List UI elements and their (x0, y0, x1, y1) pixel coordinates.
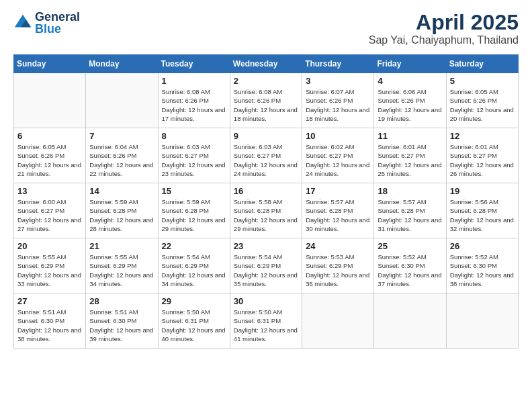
title-location: Sap Yai, Chaiyaphum, Thailand (369, 34, 519, 46)
day-cell (302, 293, 374, 349)
day-number: 22 (162, 241, 226, 251)
day-info: Sunrise: 5:50 AMSunset: 6:31 PMDaylight:… (234, 308, 298, 343)
logo-blue: Blue (35, 23, 80, 35)
col-tuesday: Tuesday (158, 55, 230, 73)
day-info: Sunrise: 5:55 AMSunset: 6:29 PMDaylight:… (89, 253, 154, 288)
day-cell: 28Sunrise: 5:51 AMSunset: 6:30 PMDayligh… (86, 293, 158, 349)
day-cell (86, 73, 158, 128)
day-cell: 21Sunrise: 5:55 AMSunset: 6:29 PMDayligh… (86, 238, 158, 293)
day-number: 17 (306, 186, 370, 196)
day-info: Sunrise: 5:51 AMSunset: 6:30 PMDaylight:… (89, 308, 154, 343)
col-thursday: Thursday (302, 55, 374, 73)
week-row-3: 13Sunrise: 6:00 AMSunset: 6:27 PMDayligh… (14, 183, 519, 238)
col-monday: Monday (86, 55, 158, 73)
day-number: 30 (234, 296, 298, 306)
day-number: 24 (306, 241, 370, 251)
day-cell: 3Sunrise: 6:07 AMSunset: 6:26 PMDaylight… (302, 73, 374, 128)
day-number: 23 (234, 241, 298, 251)
day-number: 20 (17, 241, 82, 251)
logo-text: General Blue (35, 11, 80, 35)
day-cell: 1Sunrise: 6:08 AMSunset: 6:26 PMDaylight… (158, 73, 230, 128)
day-number: 18 (378, 186, 442, 196)
day-info: Sunrise: 6:00 AMSunset: 6:27 PMDaylight:… (17, 197, 82, 233)
day-cell: 14Sunrise: 5:59 AMSunset: 6:28 PMDayligh… (86, 183, 158, 238)
day-number: 5 (450, 76, 515, 86)
day-number: 16 (234, 186, 298, 196)
day-info: Sunrise: 5:51 AMSunset: 6:30 PMDaylight:… (17, 308, 82, 343)
day-number: 11 (378, 131, 442, 141)
day-cell: 24Sunrise: 5:53 AMSunset: 6:29 PMDayligh… (302, 238, 374, 293)
col-saturday: Saturday (446, 55, 518, 73)
day-info: Sunrise: 6:02 AMSunset: 6:27 PMDaylight:… (306, 142, 370, 178)
day-cell (14, 73, 86, 128)
col-sunday: Sunday (14, 55, 86, 73)
day-cell: 5Sunrise: 6:05 AMSunset: 6:26 PMDaylight… (446, 73, 518, 128)
day-info: Sunrise: 6:06 AMSunset: 6:26 PMDaylight:… (378, 87, 442, 123)
logo-general: General (35, 11, 80, 23)
day-info: Sunrise: 6:07 AMSunset: 6:26 PMDaylight:… (306, 87, 370, 123)
day-info: Sunrise: 5:55 AMSunset: 6:29 PMDaylight:… (17, 253, 82, 288)
day-info: Sunrise: 6:05 AMSunset: 6:26 PMDaylight:… (17, 142, 82, 178)
week-row-4: 20Sunrise: 5:55 AMSunset: 6:29 PMDayligh… (14, 238, 519, 293)
day-cell: 13Sunrise: 6:00 AMSunset: 6:27 PMDayligh… (14, 183, 86, 238)
day-info: Sunrise: 5:57 AMSunset: 6:28 PMDaylight:… (378, 197, 442, 233)
day-cell: 2Sunrise: 6:08 AMSunset: 6:26 PMDaylight… (230, 73, 302, 128)
day-number: 10 (306, 131, 370, 141)
calendar-header: Sunday Monday Tuesday Wednesday Thursday… (14, 55, 519, 73)
day-cell: 27Sunrise: 5:51 AMSunset: 6:30 PMDayligh… (14, 293, 86, 349)
title-month: April 2025 (369, 11, 519, 34)
col-friday: Friday (374, 55, 446, 73)
day-info: Sunrise: 6:03 AMSunset: 6:27 PMDaylight:… (234, 142, 298, 178)
day-cell: 22Sunrise: 5:54 AMSunset: 6:29 PMDayligh… (158, 238, 230, 293)
day-info: Sunrise: 6:08 AMSunset: 6:26 PMDaylight:… (162, 87, 226, 123)
day-number: 9 (234, 131, 298, 141)
day-number: 29 (162, 296, 226, 306)
day-number: 6 (17, 131, 82, 141)
day-number: 25 (378, 241, 442, 251)
day-info: Sunrise: 6:01 AMSunset: 6:27 PMDaylight:… (450, 142, 515, 178)
day-info: Sunrise: 6:04 AMSunset: 6:26 PMDaylight:… (89, 142, 154, 178)
header-row: Sunday Monday Tuesday Wednesday Thursday… (14, 55, 519, 73)
calendar: Sunday Monday Tuesday Wednesday Thursday… (13, 54, 519, 349)
day-info: Sunrise: 5:54 AMSunset: 6:29 PMDaylight:… (234, 253, 298, 288)
title-block: April 2025 Sap Yai, Chaiyaphum, Thailand (369, 11, 519, 46)
day-number: 4 (378, 76, 442, 86)
day-info: Sunrise: 5:57 AMSunset: 6:28 PMDaylight:… (306, 197, 370, 233)
day-cell: 12Sunrise: 6:01 AMSunset: 6:27 PMDayligh… (446, 128, 518, 183)
day-number: 8 (162, 131, 226, 141)
day-cell: 15Sunrise: 5:59 AMSunset: 6:28 PMDayligh… (158, 183, 230, 238)
day-number: 21 (89, 241, 154, 251)
header: General Blue April 2025 Sap Yai, Chaiyap… (13, 11, 519, 46)
day-cell: 7Sunrise: 6:04 AMSunset: 6:26 PMDaylight… (86, 128, 158, 183)
day-number: 19 (450, 186, 515, 196)
day-info: Sunrise: 6:05 AMSunset: 6:26 PMDaylight:… (450, 87, 515, 123)
day-info: Sunrise: 5:54 AMSunset: 6:29 PMDaylight:… (162, 253, 226, 288)
day-number: 1 (162, 76, 226, 86)
week-row-2: 6Sunrise: 6:05 AMSunset: 6:26 PMDaylight… (14, 128, 519, 183)
logo-icon (13, 13, 32, 32)
day-number: 7 (89, 131, 154, 141)
logo: General Blue (13, 11, 80, 35)
day-info: Sunrise: 6:01 AMSunset: 6:27 PMDaylight:… (378, 142, 442, 178)
day-info: Sunrise: 6:03 AMSunset: 6:27 PMDaylight:… (162, 142, 226, 178)
day-number: 12 (450, 131, 515, 141)
col-wednesday: Wednesday (230, 55, 302, 73)
day-cell: 25Sunrise: 5:52 AMSunset: 6:30 PMDayligh… (374, 238, 446, 293)
day-cell: 16Sunrise: 5:58 AMSunset: 6:28 PMDayligh… (230, 183, 302, 238)
day-cell: 18Sunrise: 5:57 AMSunset: 6:28 PMDayligh… (374, 183, 446, 238)
day-info: Sunrise: 5:52 AMSunset: 6:30 PMDaylight:… (450, 253, 515, 288)
week-row-5: 27Sunrise: 5:51 AMSunset: 6:30 PMDayligh… (14, 293, 519, 349)
day-cell: 11Sunrise: 6:01 AMSunset: 6:27 PMDayligh… (374, 128, 446, 183)
day-cell: 19Sunrise: 5:56 AMSunset: 6:28 PMDayligh… (446, 183, 518, 238)
day-info: Sunrise: 5:56 AMSunset: 6:28 PMDaylight:… (450, 197, 515, 233)
day-cell: 29Sunrise: 5:50 AMSunset: 6:31 PMDayligh… (158, 293, 230, 349)
day-info: Sunrise: 5:59 AMSunset: 6:28 PMDaylight:… (89, 197, 154, 233)
day-cell: 9Sunrise: 6:03 AMSunset: 6:27 PMDaylight… (230, 128, 302, 183)
day-number: 15 (162, 186, 226, 196)
day-cell: 10Sunrise: 6:02 AMSunset: 6:27 PMDayligh… (302, 128, 374, 183)
day-number: 26 (450, 241, 515, 251)
day-cell (446, 293, 518, 349)
day-number: 28 (89, 296, 154, 306)
day-number: 3 (306, 76, 370, 86)
day-cell: 8Sunrise: 6:03 AMSunset: 6:27 PMDaylight… (158, 128, 230, 183)
